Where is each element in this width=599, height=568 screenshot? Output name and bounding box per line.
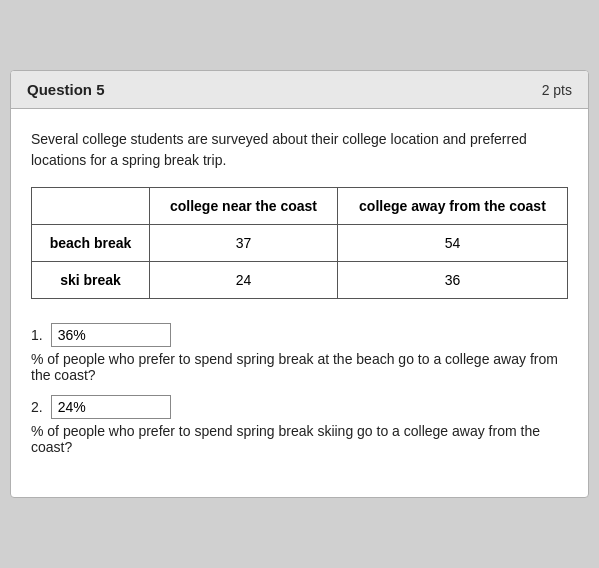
empty-header-cell: [32, 188, 150, 225]
question-text-0: % of people who prefer to spend spring b…: [31, 351, 568, 383]
col-away-header: college away from the coast: [337, 188, 567, 225]
table-header-row: college near the coast college away from…: [32, 188, 568, 225]
row-near-1: 24: [150, 262, 338, 299]
question-card: Question 5 2 pts Several college student…: [10, 70, 589, 498]
question-title: Question 5: [27, 81, 105, 98]
question-number-0: 1.: [31, 327, 43, 343]
row-label-0: beach break: [32, 225, 150, 262]
row-away-0: 54: [337, 225, 567, 262]
row-near-0: 37: [150, 225, 338, 262]
question-number-1: 2.: [31, 399, 43, 415]
answer-input-1[interactable]: [51, 395, 171, 419]
row-away-1: 36: [337, 262, 567, 299]
row-label-1: ski break: [32, 262, 150, 299]
table-row: ski break2436: [32, 262, 568, 299]
data-table: college near the coast college away from…: [31, 187, 568, 299]
card-body: Several college students are surveyed ab…: [11, 109, 588, 497]
points-label: 2 pts: [542, 82, 572, 98]
col-near-header: college near the coast: [150, 188, 338, 225]
card-header: Question 5 2 pts: [11, 71, 588, 109]
questions-section: 1.% of people who prefer to spend spring…: [31, 323, 568, 467]
question-text-1: % of people who prefer to spend spring b…: [31, 423, 568, 455]
description-text: Several college students are surveyed ab…: [31, 129, 568, 171]
question-item-1: 2.% of people who prefer to spend spring…: [31, 395, 568, 455]
table-row: beach break3754: [32, 225, 568, 262]
answer-input-0[interactable]: [51, 323, 171, 347]
question-item-0: 1.% of people who prefer to spend spring…: [31, 323, 568, 383]
